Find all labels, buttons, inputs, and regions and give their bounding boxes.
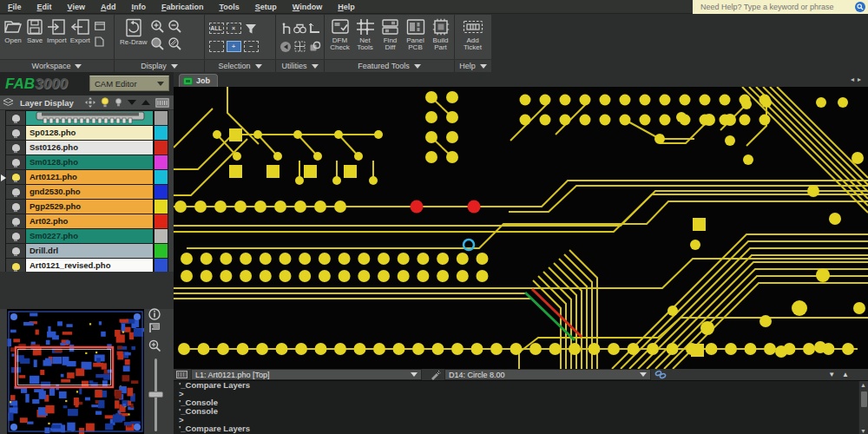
menu-fabrication[interactable]: Fabrication <box>154 0 212 14</box>
layer-color-swatch[interactable] <box>153 214 168 228</box>
net-tools-button[interactable]: Net Tools <box>352 17 378 52</box>
help-dropdown[interactable]: Help <box>455 60 491 72</box>
measure-corner-icon[interactable] <box>307 22 323 36</box>
layer-visibility-bulb-icon[interactable] <box>12 247 20 254</box>
layer-color-swatch[interactable] <box>153 185 168 199</box>
layer-visibility-bulb-icon[interactable] <box>12 188 20 195</box>
menu-file[interactable]: File <box>0 0 30 14</box>
menu-edit[interactable]: Edit <box>30 0 60 14</box>
layer-visibility-bulb-icon[interactable] <box>12 159 20 166</box>
layer-row[interactable]: Sp0128.pho <box>6 126 168 141</box>
layer-row[interactable]: Pgp2529.pho <box>6 200 168 214</box>
menu-add[interactable]: Add <box>93 0 124 14</box>
all-layers-off-icon[interactable] <box>115 97 122 108</box>
layer-color-swatch[interactable] <box>153 126 168 140</box>
menu-tools[interactable]: Tools <box>211 0 247 14</box>
active-dcode-selector[interactable]: D14: Circle 8.00 <box>444 369 651 380</box>
layer-color-swatch[interactable] <box>153 200 168 214</box>
mode-selector[interactable]: CAM Editor <box>89 76 169 91</box>
find-diff-button[interactable]: Find Diff <box>378 17 403 52</box>
selection-dropdown[interactable]: Selection <box>205 60 276 72</box>
zoom-window-icon[interactable] <box>150 36 166 50</box>
layer-row[interactable]: Art02.pho <box>6 214 168 229</box>
zoom-out-icon[interactable] <box>168 19 183 33</box>
pick-hand-icon[interactable] <box>278 22 293 36</box>
command-console[interactable]: '_Compare Layers > '_Console '_Console >… <box>174 380 868 434</box>
console-scrollbar[interactable]: ▲ ▼ <box>858 381 868 434</box>
workspace-dropdown[interactable]: Workspace <box>0 60 115 72</box>
build-part-button[interactable]: Build Part <box>428 17 453 52</box>
active-layer-selector[interactable]: L1: Art0121.pho [Top] <box>191 369 422 380</box>
menu-window[interactable]: Window <box>285 0 330 14</box>
selection-filter-icon[interactable] <box>243 22 259 36</box>
layer-row[interactable]: Sm0227.pho <box>6 229 168 244</box>
layer-row[interactable]: Sm0128.pho <box>6 155 168 170</box>
open-button[interactable]: Open <box>2 17 24 45</box>
layer-row[interactable]: Drill.drl <box>6 244 168 259</box>
redraw-button[interactable]: Re-Draw <box>118 17 149 47</box>
move-layer-down-icon[interactable] <box>128 100 136 105</box>
remove-select-button[interactable]: − <box>244 41 259 52</box>
layer-visibility-bulb-icon[interactable] <box>12 263 20 270</box>
shapes-stamp-icon[interactable] <box>307 40 323 54</box>
search-icon[interactable] <box>855 2 865 12</box>
layer-row[interactable]: Sst0126.pho <box>6 141 168 155</box>
layer-color-swatch[interactable] <box>153 141 168 155</box>
layer-visibility-bulb-icon[interactable] <box>12 233 20 240</box>
tab-job[interactable]: Job <box>179 74 218 87</box>
layer-visibility-bulb-icon[interactable] <box>12 203 20 210</box>
pan-flag-icon[interactable] <box>148 322 161 333</box>
zoom-in-icon[interactable] <box>150 19 166 33</box>
new-window-icon[interactable] <box>92 19 108 33</box>
board-overview-thumbnail[interactable] <box>7 309 144 434</box>
layer-visibility-bulb-icon[interactable] <box>12 144 20 151</box>
gerber-viewport[interactable] <box>174 87 868 369</box>
layer-color-swatch[interactable] <box>153 229 168 243</box>
move-layer-up-icon[interactable] <box>141 100 150 105</box>
export-button[interactable]: Export <box>69 17 92 45</box>
dcode-pick-icon[interactable] <box>428 370 442 380</box>
layer-row-preview[interactable] <box>6 111 168 126</box>
select-all-button[interactable]: ALL <box>209 23 224 34</box>
zoom-all-icon[interactable] <box>168 36 183 50</box>
import-button[interactable]: Import <box>45 17 69 45</box>
dfm-check-button[interactable]: DFM Check <box>327 17 352 52</box>
display-dropdown[interactable]: Display <box>115 60 205 72</box>
console-collapse-arrows[interactable]: ▼▲ <box>828 371 856 378</box>
add-select-button[interactable]: + <box>227 41 241 52</box>
layer-color-swatch[interactable] <box>153 170 168 184</box>
utilities-dropdown[interactable]: Utilities <box>276 60 325 72</box>
info-icon[interactable] <box>148 308 161 320</box>
menu-setup[interactable]: Setup <box>247 0 285 14</box>
layer-row-active[interactable]: Art0121.pho <box>6 170 168 185</box>
new-document-icon[interactable] <box>92 35 108 49</box>
menu-help[interactable]: Help <box>330 0 363 14</box>
layer-color-swatch[interactable] <box>153 155 168 169</box>
thumbnail-zoom-slider-handle[interactable] <box>148 391 163 398</box>
window-select-button[interactable] <box>209 41 224 52</box>
save-button[interactable]: Save <box>24 17 45 45</box>
menu-info[interactable]: Info <box>123 0 154 14</box>
panel-pcb-button[interactable]: Panel PCB <box>403 17 428 52</box>
binoculars-icon[interactable] <box>293 22 308 36</box>
layer-visibility-bulb-icon[interactable] <box>12 218 20 225</box>
help-search-input[interactable] <box>699 2 855 12</box>
scroll-down-icon[interactable]: ▼ <box>860 428 866 434</box>
layer-visibility-bulb-icon[interactable] <box>12 115 20 122</box>
thumbnail-zoom-icon[interactable] <box>148 339 161 352</box>
grid-icon[interactable] <box>293 40 308 54</box>
layer-color-swatch[interactable] <box>153 111 168 125</box>
add-ticket-button[interactable]: Add Ticket <box>458 17 487 52</box>
scroll-up-icon[interactable]: ▲ <box>860 382 866 388</box>
layer-row[interactable]: gnd2530.pho <box>6 185 168 200</box>
scrollbar-thumb[interactable] <box>861 391 867 407</box>
all-layers-on-icon[interactable] <box>101 97 109 108</box>
layer-visibility-bulb-icon[interactable] <box>12 174 20 181</box>
layer-visibility-bulb-icon[interactable] <box>12 129 20 136</box>
deselect-all-button[interactable]: × <box>227 23 241 34</box>
move-layer-icon[interactable] <box>85 97 95 108</box>
menu-view[interactable]: View <box>60 0 93 14</box>
link-icon[interactable] <box>654 370 667 380</box>
featured-tools-dropdown[interactable]: Featured Tools <box>325 60 455 72</box>
back-arrow-icon[interactable] <box>278 40 293 54</box>
